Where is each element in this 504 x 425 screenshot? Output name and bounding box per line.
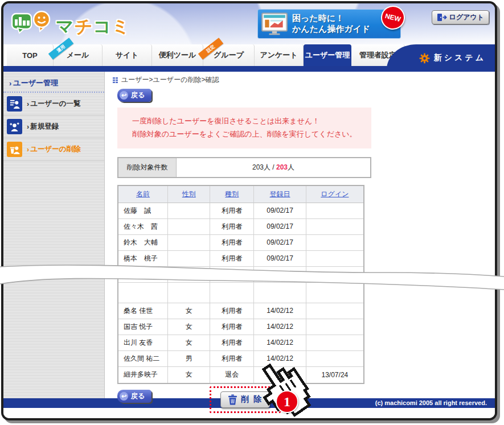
sidebar-item-user-list[interactable]: ›ユーザーの一覧	[3, 93, 104, 115]
table-row: 橋本 桃子利用者09/02/17	[118, 251, 363, 267]
breadcrumb: ユーザー>ユーザーの削除>確認	[113, 75, 495, 85]
user-add-icon	[7, 119, 22, 134]
delete-count-value: 203人 / 203人	[177, 158, 370, 177]
tab-bar: TOP 運用メール サイト 便利ツール 設定グループ アンケート ユーザー管理 …	[3, 44, 495, 66]
new-system-label: 新システム	[434, 53, 486, 63]
sort-gender-link: 性別	[168, 186, 210, 203]
trash-icon	[228, 394, 237, 405]
page-body: ›ユーザー管理 ›ユーザーの一覧	[3, 72, 495, 398]
table-row: 和泉 正巳男利用者14/02/12	[118, 267, 363, 283]
spacer	[118, 283, 363, 303]
new-system-link[interactable]: 新システム	[387, 44, 495, 72]
tab-top[interactable]: TOP	[7, 44, 54, 66]
table-header-row: 名前 性別 種別 登録日 ログイン	[118, 186, 363, 203]
tab-user-management[interactable]: ユーザー管理	[304, 44, 351, 66]
new-badge: NEW	[379, 3, 408, 32]
count-red-number: 203	[276, 163, 288, 171]
warning-line2: 削除対象のユーザーをよくご確認の上、削除を実行してください。	[132, 128, 371, 141]
guide-banner[interactable]: 困った時に！ かんたん操作ガイド NEW	[257, 9, 401, 39]
logout-button[interactable]: ログアウト	[432, 10, 489, 24]
sidebar-item-new-registration[interactable]: ›新規登録	[3, 115, 104, 138]
table-row: 国吉 悦子女利用者14/02/12	[118, 319, 363, 335]
table-row: 出川 友香女利用者14/02/12	[118, 335, 363, 351]
chevron-icon: ›	[27, 100, 29, 108]
tab-group[interactable]: 設定グループ	[203, 44, 255, 66]
back-button-bottom[interactable]: ↩ 戻る	[117, 390, 151, 403]
breadcrumb-grid-icon	[113, 77, 118, 84]
table-row: 佐久間 祐二男利用者14/02/12	[118, 351, 363, 367]
sidebar: ›ユーザー管理 ›ユーザーの一覧	[3, 72, 105, 398]
logo-mascots-icon	[10, 7, 54, 40]
table-row: 細井多映子女退会13/07/2313/07/24	[118, 367, 363, 383]
chevron-icon: ›	[27, 146, 29, 154]
table-row: 鈴木 大輔利用者09/02/17	[118, 235, 363, 251]
tab-tools[interactable]: 便利ツール	[152, 44, 203, 66]
table-row: 佐々木 茜利用者09/02/17	[118, 219, 363, 235]
delete-count-table: 削除対象件数 203人 / 203人	[117, 157, 371, 178]
tab-mail[interactable]: 運用メール	[54, 44, 103, 66]
guide-banner-text: 困った時に！ かんたん操作ガイド	[292, 13, 370, 35]
app-window: マチコミ 困った時に！ かんたん操作ガイド NEW	[1, 1, 497, 420]
warning-line1: 一度削除したユーザーを復旧させることは出来ません！	[132, 115, 371, 128]
chevron-icon: ›	[9, 79, 11, 88]
sort-name-link: 名前	[118, 186, 168, 203]
table-row: 佐藤 誠利用者09/02/17	[118, 203, 363, 219]
monitor-icon	[261, 13, 288, 35]
chevron-icon: ›	[27, 123, 29, 131]
sort-registered-link: 登録日	[254, 186, 306, 203]
main-content: ユーザー>ユーザーの削除>確認 ↩ 戻る 一度削除したユーザーを復旧させることは…	[105, 72, 495, 398]
screenshot-stage: マチコミ 困った時に！ かんたん操作ガイド NEW	[0, 0, 504, 425]
back-arrow-icon: ↩	[120, 392, 128, 401]
sort-login-link: ログイン	[306, 186, 363, 203]
app-header: マチコミ 困った時に！ かんたん操作ガイド NEW	[3, 3, 495, 44]
logout-door-icon	[437, 13, 448, 22]
back-arrow-icon: ↩	[120, 91, 128, 100]
delete-annotation-box: 削 除	[210, 386, 281, 413]
guide-banner-line2: かんたん操作ガイド	[292, 24, 370, 35]
user-list-icon	[7, 96, 22, 112]
tab-site[interactable]: サイト	[103, 44, 152, 66]
back-button-top[interactable]: ↩ 戻る	[117, 89, 151, 102]
user-table: 名前 性別 種別 登録日 ログイン 佐藤 誠利用者09/02/17佐々木 茜利用…	[117, 185, 364, 384]
table-row: 桑名 佳世女利用者14/02/12	[118, 303, 363, 319]
gear-icon	[419, 53, 430, 64]
sidebar-item-user-delete[interactable]: ›ユーザーの削除	[3, 138, 104, 161]
app-logo[interactable]: マチコミ	[10, 7, 130, 40]
delete-button[interactable]: 削 除	[220, 391, 270, 408]
warning-box: 一度削除したユーザーを復旧させることは出来ません！ 削除対象のユーザーをよくご確…	[117, 108, 371, 148]
bottom-actions: ↩ 戻る 削 除	[117, 389, 495, 418]
guide-banner-line1: 困った時に！	[292, 13, 370, 24]
tab-survey[interactable]: アンケート	[255, 44, 304, 66]
sidebar-title: ›ユーザー管理	[3, 72, 104, 93]
user-delete-icon	[7, 142, 22, 157]
logout-label: ログアウト	[449, 13, 484, 22]
delete-count-label: 削除対象件数	[118, 158, 177, 177]
logo-wordmark: マチコミ	[56, 15, 130, 39]
sort-type-link: 種別	[210, 186, 254, 203]
